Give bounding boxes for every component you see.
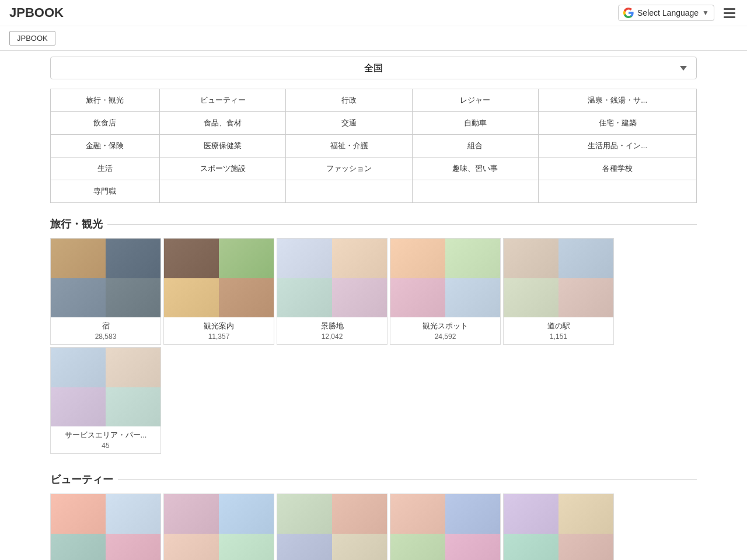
card-service-area-images: [51, 348, 160, 426]
category-empty-2: [286, 180, 412, 203]
category-grid: 旅行・観光 ビューティー 行政 レジャー 温泉・銭湯・サ... 飲食店 食品、食…: [50, 89, 697, 203]
card-michinoeki-count: 1,151: [508, 332, 609, 341]
card-img-tr: [332, 494, 387, 534]
category-union[interactable]: 組合: [412, 135, 538, 158]
main-content: 全国 北海道 東北 関東 中部 近畿 中国 四国 九州・沖縄 旅行・観光 ビュー…: [41, 51, 706, 560]
card-service-area-title: サービスエリア・パー...: [55, 430, 156, 440]
card-img-bl: [504, 534, 558, 561]
beauty-cards-grid: [50, 494, 697, 560]
card-img-tr: [106, 494, 160, 534]
card-kanko-spot-images: [390, 239, 500, 317]
category-transport[interactable]: 交通: [286, 112, 412, 135]
card-img-tl: [277, 494, 332, 534]
card-kanko-annai-count: 11,357: [169, 332, 269, 341]
card-yado-info: 宿 28,583: [51, 317, 160, 344]
category-goods[interactable]: 生活用品・イン...: [539, 135, 697, 158]
category-empty-3: [412, 180, 538, 203]
header-right: Select Language ▼: [618, 5, 738, 21]
site-logo[interactable]: JPBOOK: [9, 5, 64, 20]
card-img-br: [219, 534, 274, 561]
card-kanko-annai-title: 観光案内: [169, 321, 269, 331]
category-admin[interactable]: 行政: [286, 89, 412, 112]
card-beauty-5-images: [504, 494, 613, 560]
category-specialist[interactable]: 専門職: [51, 180, 160, 203]
category-finance[interactable]: 金融・保険: [51, 135, 160, 158]
category-sports[interactable]: スポーツ施設: [159, 158, 285, 180]
card-img-tl: [390, 494, 445, 534]
card-img-tl: [504, 239, 558, 278]
card-beauty-2[interactable]: [163, 494, 274, 560]
card-keishochi[interactable]: 景勝地 12,042: [277, 238, 388, 345]
card-kanko-annai[interactable]: 観光案内 11,357: [163, 238, 274, 345]
card-img-tr: [558, 239, 613, 278]
card-michinoeki[interactable]: 道の駅 1,151: [503, 238, 614, 345]
category-school[interactable]: 各種学校: [539, 158, 697, 180]
category-onsen[interactable]: 温泉・銭湯・サ...: [539, 89, 697, 112]
language-selector[interactable]: Select Language ▼: [618, 5, 714, 21]
category-medical[interactable]: 医療保健業: [159, 135, 285, 158]
section-beauty-title: ビューティー: [50, 473, 113, 487]
card-beauty-4[interactable]: [390, 494, 501, 560]
card-img-tr: [445, 239, 500, 278]
card-img-tr: [445, 494, 500, 534]
category-restaurant[interactable]: 飲食店: [51, 112, 160, 135]
category-life[interactable]: 生活: [51, 158, 160, 180]
card-img-br: [558, 278, 613, 318]
region-selector[interactable]: 全国 北海道 東北 関東 中部 近畿 中国 四国 九州・沖縄: [50, 57, 697, 79]
category-travel[interactable]: 旅行・観光: [51, 89, 160, 112]
card-beauty-5[interactable]: [503, 494, 614, 560]
card-beauty-3[interactable]: [277, 494, 388, 560]
card-img-tr: [106, 348, 160, 387]
category-fashion[interactable]: ファッション: [286, 158, 412, 180]
card-img-br: [219, 278, 274, 318]
section-beauty-divider: [118, 480, 697, 480]
card-img-tr: [219, 239, 274, 278]
google-icon: [623, 8, 634, 18]
card-beauty-4-images: [390, 494, 500, 560]
card-beauty-1-images: [51, 494, 160, 560]
card-yado[interactable]: 宿 28,583: [50, 238, 161, 345]
category-welfare[interactable]: 福祉・介護: [286, 135, 412, 158]
card-michinoeki-info: 道の駅 1,151: [504, 317, 613, 344]
card-img-bl: [277, 278, 332, 318]
card-img-bl: [164, 534, 219, 561]
travel-cards-grid-row2: サービスエリア・パー... 45: [50, 347, 697, 454]
category-housing[interactable]: 住宅・建築: [539, 112, 697, 135]
card-beauty-1[interactable]: [50, 494, 161, 560]
card-img-tl: [390, 239, 445, 278]
category-empty-4: [539, 180, 697, 203]
card-keishochi-count: 12,042: [282, 332, 382, 341]
category-food[interactable]: 食品、食材: [159, 112, 285, 135]
language-label: Select Language: [637, 8, 699, 18]
card-img-tl: [51, 348, 106, 387]
card-img-br: [332, 534, 387, 561]
card-keishochi-title: 景勝地: [282, 321, 382, 331]
section-travel-title: 旅行・観光: [50, 217, 103, 231]
category-leisure[interactable]: レジャー: [412, 89, 538, 112]
travel-cards-grid: 宿 28,583 観光案内 11,357: [50, 238, 697, 345]
card-kanko-spot[interactable]: 観光スポット 24,592: [390, 238, 501, 345]
card-img-bl: [51, 534, 106, 561]
card-kanko-spot-title: 観光スポット: [395, 321, 495, 331]
card-img-br: [445, 278, 500, 318]
card-yado-images: [51, 239, 160, 317]
card-beauty-2-images: [164, 494, 274, 560]
card-service-area[interactable]: サービスエリア・パー... 45: [50, 347, 161, 454]
card-img-br: [558, 534, 613, 561]
category-beauty[interactable]: ビューティー: [159, 89, 285, 112]
category-car[interactable]: 自動車: [412, 112, 538, 135]
card-img-tl: [51, 494, 106, 534]
card-img-br: [445, 534, 500, 561]
card-img-bl: [390, 278, 445, 318]
card-img-tl: [277, 239, 332, 278]
menu-icon[interactable]: [721, 5, 738, 21]
card-keishochi-info: 景勝地 12,042: [277, 317, 387, 344]
breadcrumb-home[interactable]: JPBOOK: [9, 31, 55, 46]
card-img-bl: [504, 278, 558, 318]
card-kanko-spot-info: 観光スポット 24,592: [390, 317, 500, 344]
card-kanko-annai-info: 観光案内 11,357: [164, 317, 274, 344]
category-hobby[interactable]: 趣味、習い事: [412, 158, 538, 180]
card-img-tl: [164, 494, 219, 534]
card-img-bl: [277, 534, 332, 561]
card-kanko-spot-count: 24,592: [395, 332, 495, 341]
